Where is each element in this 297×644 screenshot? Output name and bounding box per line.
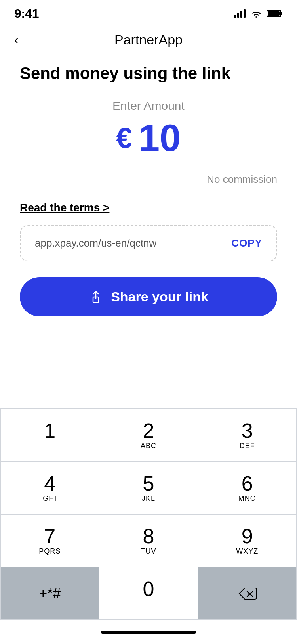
status-icons xyxy=(234,9,283,18)
key-5[interactable]: 5 JKL xyxy=(99,462,197,514)
read-terms-link[interactable]: Read the terms > xyxy=(20,201,277,214)
home-indicator xyxy=(0,620,297,644)
keypad: 1 2 ABC 3 DEF 4 GHI 5 JKL 6 MNO 7 PQRS 8… xyxy=(0,408,297,620)
svg-rect-2 xyxy=(268,11,280,16)
key-1-number: 1 xyxy=(44,420,55,441)
nav-bar: ‹ PartnerApp xyxy=(0,24,297,56)
link-box: app.xpay.com/us-en/qctnw COPY xyxy=(20,225,277,261)
key-delete[interactable] xyxy=(198,567,296,619)
key-symbols-label: +*# xyxy=(39,585,61,602)
delete-icon xyxy=(238,586,257,601)
key-1[interactable]: 1 xyxy=(1,409,99,461)
share-button[interactable]: Share your link xyxy=(20,277,277,316)
status-bar: 9:41 xyxy=(0,0,297,24)
key-4-number: 4 xyxy=(44,473,55,494)
key-7[interactable]: 7 PQRS xyxy=(1,515,99,567)
key-3-letters: DEF xyxy=(240,442,255,450)
nav-title: PartnerApp xyxy=(114,32,183,48)
home-bar xyxy=(101,631,196,634)
amount-label: Enter Amount xyxy=(20,99,277,113)
key-3-number: 3 xyxy=(242,420,253,441)
copy-button[interactable]: COPY xyxy=(231,237,262,249)
main-content: Send money using the link Enter Amount €… xyxy=(0,56,297,408)
key-9-number: 9 xyxy=(242,526,253,546)
amount-display: € 10 xyxy=(20,119,277,157)
back-button[interactable]: ‹ xyxy=(14,33,19,47)
battery-icon xyxy=(267,9,283,18)
key-6[interactable]: 6 MNO xyxy=(198,462,296,514)
key-8-number: 8 xyxy=(143,526,154,546)
status-time: 9:41 xyxy=(14,6,39,21)
key-5-letters: JKL xyxy=(142,494,155,503)
signal-icon xyxy=(234,9,246,18)
share-icon xyxy=(89,290,103,304)
share-button-label: Share your link xyxy=(111,289,208,305)
key-7-letters: PQRS xyxy=(39,547,61,556)
svg-rect-1 xyxy=(281,12,282,15)
wifi-icon xyxy=(250,9,262,18)
key-3[interactable]: 3 DEF xyxy=(198,409,296,461)
no-commission: No commission xyxy=(20,173,277,186)
key-7-number: 7 xyxy=(44,526,55,546)
amount-value: 10 xyxy=(139,119,181,157)
key-0-number: 0 xyxy=(143,579,154,599)
link-url: app.xpay.com/us-en/qctnw xyxy=(35,237,156,249)
key-5-number: 5 xyxy=(143,473,154,494)
key-0[interactable]: 0 xyxy=(99,567,197,619)
key-9[interactable]: 9 WXYZ xyxy=(198,515,296,567)
key-9-letters: WXYZ xyxy=(236,547,258,556)
key-4-letters: GHI xyxy=(43,494,57,503)
key-8[interactable]: 8 TUV xyxy=(99,515,197,567)
key-6-number: 6 xyxy=(242,473,253,494)
key-2-letters: ABC xyxy=(141,442,156,450)
key-4[interactable]: 4 GHI xyxy=(1,462,99,514)
key-8-letters: TUV xyxy=(141,547,156,556)
key-6-letters: MNO xyxy=(238,494,256,503)
page-title: Send money using the link xyxy=(20,63,277,83)
amount-divider xyxy=(20,169,277,169)
currency-symbol: € xyxy=(116,122,132,154)
key-2-number: 2 xyxy=(143,420,154,441)
key-2[interactable]: 2 ABC xyxy=(99,409,197,461)
key-symbols[interactable]: +*# xyxy=(1,567,99,619)
